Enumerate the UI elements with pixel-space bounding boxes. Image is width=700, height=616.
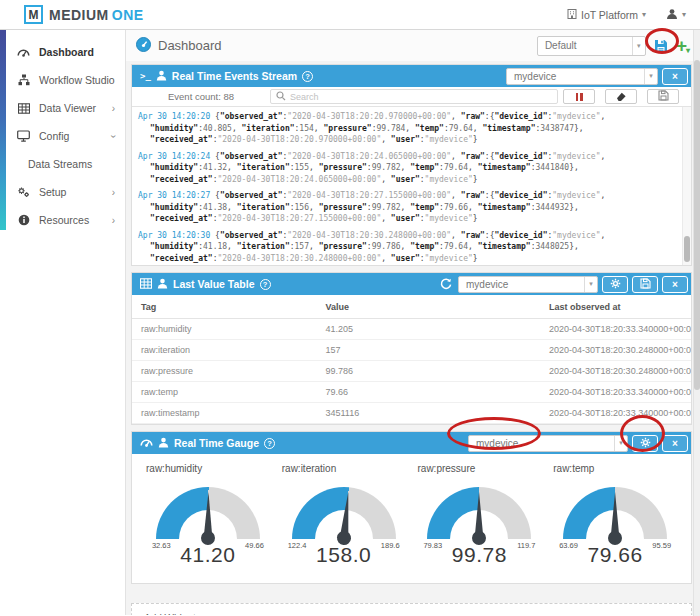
export-stream-button[interactable] — [647, 89, 679, 104]
page-scrollbar-thumb[interactable] — [694, 60, 700, 390]
sidebar-item-setup[interactable]: Setup› — [0, 178, 125, 206]
pause-icon — [576, 93, 579, 101]
table-row: raw:pressure99.7862020-04-30T18:20:30.24… — [132, 361, 691, 382]
events-scrollbar-track — [682, 107, 691, 265]
gauge-raw-temp: raw:temp63.6995.5979.66 — [547, 459, 683, 583]
value-cell: 99.786 — [316, 361, 540, 382]
page-title-text: Dashboard — [158, 38, 222, 53]
events-panel-header: >_ Real Time Events Stream ? mydevice ▾ … — [132, 65, 691, 87]
events-search-box — [270, 89, 558, 104]
sidebar-item-label: Data Streams — [28, 158, 92, 170]
medium-one-logo[interactable]: M MEDIUMONE — [24, 5, 144, 24]
table-device-select[interactable]: mydevice ▾ — [458, 276, 598, 293]
refresh-icon[interactable] — [440, 278, 452, 290]
events-device-select[interactable]: mydevice ▾ — [506, 68, 658, 85]
table-panel-title: Last Value Table — [173, 278, 255, 290]
tag-cell: raw:pressure — [132, 361, 316, 382]
add-widget-label: Add Widget — [144, 613, 196, 615]
gauge-max-label: 119.7 — [517, 541, 535, 550]
value-cell: 157 — [316, 340, 540, 361]
gauge-raw-pressure: raw:pressure79.83119.799.78 — [412, 459, 548, 583]
table-row: raw:humidity41.2052020-04-30T18:20:33.34… — [132, 319, 691, 340]
table-close-button[interactable]: × — [662, 276, 688, 293]
chevron-right-icon: › — [112, 215, 115, 226]
gauge-label: raw:humidity — [146, 463, 276, 474]
table-panel-header: Last Value Table ? mydevice ▾ × — [132, 273, 691, 295]
last-observed-cell: 2020-04-30T18:20:30.248000+00:00 — [540, 340, 691, 361]
sidebar-item-config[interactable]: Config› — [0, 122, 125, 150]
dashboard-select-value: Default — [538, 40, 632, 51]
eraser-icon — [615, 90, 627, 104]
gauge-panel-header: Real Time Gauge ? mydevice ▾ × — [132, 432, 691, 454]
last-value-table: TagValueLast observed at raw:humidity41.… — [132, 295, 691, 424]
sidebar-nav: DashboardWorkflow StudioData Viewer›Conf… — [0, 30, 125, 234]
gauge-raw-humidity: raw:humidity32.6349.6641.20 — [140, 459, 276, 583]
gauge-panel: Real Time Gauge ? mydevice ▾ × raw:humid… — [131, 431, 692, 584]
page-scrollbar-track — [693, 30, 700, 616]
column-header: Last observed at — [540, 295, 691, 319]
save-dashboard-button[interactable] — [653, 38, 669, 54]
value-cell: 3451116 — [316, 403, 540, 424]
sidebar-item-data-viewer[interactable]: Data Viewer› — [0, 94, 125, 122]
dashboard-select[interactable]: Default ▾ — [537, 36, 646, 56]
gauge-max-label: 95.59 — [652, 541, 671, 550]
gauge-dial: 63.6995.59 — [563, 487, 667, 539]
sidebar-item-workflow-studio[interactable]: Workflow Studio — [0, 66, 125, 94]
events-log[interactable]: Apr 30 14:20:20 {"observed_at":"2020-04-… — [132, 107, 691, 265]
event-log-entry: Apr 30 14:20:30 {"observed_at":"2020-04-… — [138, 230, 675, 265]
events-device-select-value: mydevice — [507, 71, 644, 82]
events-search-input[interactable] — [290, 92, 552, 102]
gauge-needle-icon — [472, 490, 486, 545]
gauge-close-button[interactable]: × — [662, 435, 688, 452]
events-scrollbar-thumb[interactable] — [684, 236, 690, 262]
table-row: raw:temp79.662020-04-30T18:20:33.340000+… — [132, 382, 691, 403]
gauge-settings-button[interactable] — [632, 435, 658, 452]
table-device-select-value: mydevice — [459, 279, 584, 290]
sidebar: DashboardWorkflow StudioData Viewer›Conf… — [0, 30, 126, 615]
sitemap-icon — [17, 74, 30, 86]
person-icon — [157, 278, 168, 291]
logo-m-icon: M — [24, 5, 43, 24]
clear-stream-button[interactable] — [605, 89, 637, 104]
platform-menu[interactable]: IoT Platform ▾ — [567, 8, 646, 21]
column-header: Value — [316, 295, 540, 319]
table-icon — [140, 278, 152, 291]
brand-text: MEDIUMONE — [49, 7, 144, 23]
page-header: Dashboard Default ▾ +▾ — [126, 30, 700, 61]
person-icon — [156, 70, 167, 83]
chevron-down-icon: ▾ — [632, 37, 645, 55]
person-icon — [158, 437, 169, 450]
sidebar-item-dashboard[interactable]: Dashboard — [0, 38, 125, 66]
table-export-button[interactable] — [632, 276, 658, 293]
building-icon — [567, 8, 577, 21]
gauge-icon — [17, 46, 30, 58]
help-icon[interactable]: ? — [264, 438, 275, 449]
add-dashboard-button[interactable]: +▾ — [676, 36, 690, 55]
user-icon — [666, 8, 678, 22]
gauge-min-label: 79.83 — [423, 541, 442, 550]
events-close-button[interactable]: × — [662, 68, 688, 85]
gauge-needle-icon — [608, 490, 622, 545]
sidebar-item-resources[interactable]: Resources› — [0, 206, 125, 234]
close-icon: × — [672, 438, 678, 449]
table-settings-button[interactable] — [602, 276, 628, 293]
gauge-min-label: 32.63 — [152, 541, 171, 550]
add-widget-button[interactable]: Add Widget — [131, 603, 692, 615]
sidebar-item-data-streams[interactable]: Data Streams — [0, 150, 125, 178]
app-window: M MEDIUMONE IoT Platform ▾ ▾ DashboardWo… — [0, 0, 700, 616]
help-icon[interactable]: ? — [302, 71, 313, 82]
close-icon: × — [672, 279, 678, 290]
monitor-icon — [17, 130, 30, 142]
chevron-down-icon: ▾ — [644, 69, 657, 84]
brand-primary: MEDIUM — [49, 7, 109, 23]
chevron-right-icon: › — [112, 187, 115, 198]
chevron-down-icon: ▾ — [682, 10, 686, 19]
table-row: raw:iteration1572020-04-30T18:20:30.2480… — [132, 340, 691, 361]
help-icon[interactable]: ? — [260, 279, 271, 290]
gauge-device-select[interactable]: mydevice ▾ — [468, 435, 628, 452]
pause-stream-button[interactable] — [563, 89, 595, 104]
platform-label: IoT Platform — [581, 9, 638, 21]
chevron-right-icon: › — [112, 103, 115, 114]
user-menu[interactable]: ▾ — [666, 8, 686, 22]
events-panel-title: Real Time Events Stream — [172, 70, 297, 82]
